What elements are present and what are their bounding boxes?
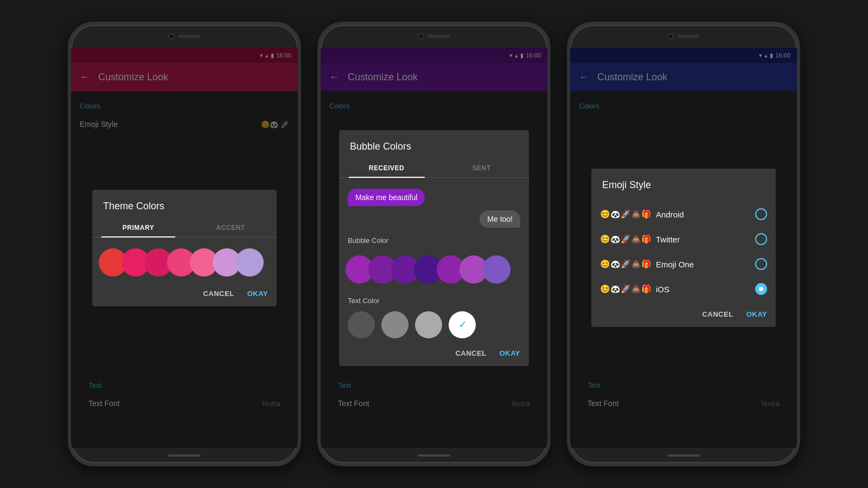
dialog-overlay-1: Theme Colors PRIMARY ACCENT CANCEL OKA <box>71 48 298 448</box>
dialog-title-1: Theme Colors <box>92 190 277 219</box>
tab-accent[interactable]: ACCENT <box>184 219 277 237</box>
emojione-label: Emoji One <box>656 260 694 269</box>
bubble-sent: Me too! <box>480 210 520 228</box>
speaker-3 <box>678 35 699 38</box>
bubble-color-label: Bubble Color <box>339 232 529 247</box>
screen-1: ▾ ▴ ▮ 16:00 ← Customize Look Colors Emoj… <box>71 48 298 448</box>
phone-top-1 <box>71 25 298 48</box>
dialog-actions-1: CANCEL OKAY <box>92 285 277 306</box>
phone-bottom-3 <box>667 454 700 457</box>
radio-emojione[interactable]: 😊🐼🚀💩🎁 Emoji One <box>591 252 776 277</box>
bubble-received: Make me beautiful <box>348 189 425 206</box>
ios-radio[interactable] <box>755 283 767 295</box>
tab-primary[interactable]: PRIMARY <box>92 219 184 237</box>
phone-bottom-2 <box>418 454 450 457</box>
twitter-label: Twitter <box>656 235 680 244</box>
theme-colors-dialog: Theme Colors PRIMARY ACCENT CANCEL OKA <box>92 190 277 306</box>
camera-3 <box>668 34 673 39</box>
phone-2: ▾ ▴ ▮ 16:00 ← Customize Look Colors Bubb… <box>317 22 551 466</box>
okay-button-2[interactable]: OKAY <box>500 349 520 357</box>
radio-android[interactable]: 😊🐼🚀💩🎁 Android <box>591 202 776 227</box>
tcolor-3[interactable] <box>415 311 442 338</box>
bubble-color-row <box>339 247 529 292</box>
okay-button-3[interactable]: OKAY <box>746 310 767 318</box>
phone-1: ▾ ▴ ▮ 16:00 ← Customize Look Colors Emoj… <box>68 22 301 466</box>
camera-1 <box>169 34 174 39</box>
radio-ios[interactable]: 😊🐼🚀💩🎁 iOS <box>591 277 776 301</box>
dialog-title-3: Emoji Style <box>591 169 776 197</box>
cancel-button-1[interactable]: CANCEL <box>203 290 234 298</box>
radio-ios-left: 😊🐼🚀💩🎁 iOS <box>600 284 669 294</box>
speaker-2 <box>428 35 450 38</box>
text-color-label: Text Color <box>339 292 529 307</box>
emojione-radio[interactable] <box>755 258 767 270</box>
android-emojis: 😊🐼🚀💩🎁 <box>600 209 652 219</box>
phone-top-3 <box>570 25 797 48</box>
color-row-1 <box>92 240 277 285</box>
tcolor-1[interactable] <box>348 311 375 338</box>
emojione-emojis: 😊🐼🚀💩🎁 <box>600 259 652 269</box>
bcolor-7[interactable] <box>482 255 510 284</box>
dialog-actions-2: CANCEL OKAY <box>339 345 529 366</box>
radio-twitter-left: 😊🐼🚀💩🎁 Twitter <box>600 234 680 244</box>
dialog-title-2: Bubble Colors <box>339 130 529 159</box>
color-7[interactable] <box>235 248 264 277</box>
tcolor-2[interactable] <box>381 311 409 338</box>
speaker-1 <box>178 35 200 38</box>
screen-2: ▾ ▴ ▮ 16:00 ← Customize Look Colors Bubb… <box>321 48 547 448</box>
android-radio[interactable] <box>755 208 767 220</box>
tab-received[interactable]: RECEIVED <box>339 159 434 177</box>
radio-emojione-left: 😊🐼🚀💩🎁 Emoji One <box>600 259 694 269</box>
ios-label: iOS <box>656 285 669 294</box>
phone-top-2 <box>321 25 547 48</box>
cancel-button-2[interactable]: CANCEL <box>455 349 486 357</box>
okay-button-1[interactable]: OKAY <box>247 290 268 298</box>
tabs-row-1: PRIMARY ACCENT <box>92 219 277 237</box>
dialog-overlay-3: Emoji Style 😊🐼🚀💩🎁 Android 😊🐼🚀💩🎁 <box>570 48 797 448</box>
text-color-row <box>339 307 529 345</box>
bubble-colors-dialog: Bubble Colors RECEIVED SENT Make me beau… <box>339 130 529 366</box>
tabs-row-2: RECEIVED SENT <box>339 159 529 178</box>
radio-list: 😊🐼🚀💩🎁 Android 😊🐼🚀💩🎁 Twitter <box>591 197 776 306</box>
android-label: Android <box>656 210 684 219</box>
ios-emojis: 😊🐼🚀💩🎁 <box>600 284 652 294</box>
tab-sent[interactable]: SENT <box>434 159 529 177</box>
screen-3: ▾ ▴ ▮ 16:00 ← Customize Look Colors Emoj… <box>570 48 797 448</box>
twitter-radio[interactable] <box>755 233 767 245</box>
radio-android-left: 😊🐼🚀💩🎁 Android <box>600 209 684 219</box>
radio-twitter[interactable]: 😊🐼🚀💩🎁 Twitter <box>591 227 776 252</box>
cancel-button-3[interactable]: CANCEL <box>702 310 733 318</box>
chat-preview: Make me beautiful Me too! <box>339 180 529 232</box>
tcolor-4[interactable] <box>449 311 476 338</box>
phone-3: ▾ ▴ ▮ 16:00 ← Customize Look Colors Emoj… <box>567 22 800 466</box>
camera-2 <box>418 34 424 39</box>
phone-bottom-1 <box>168 454 201 457</box>
dialog-overlay-2: Bubble Colors RECEIVED SENT Make me beau… <box>321 48 547 448</box>
emoji-style-dialog: Emoji Style 😊🐼🚀💩🎁 Android 😊🐼🚀💩🎁 <box>591 169 776 327</box>
dialog-actions-3: CANCEL OKAY <box>591 306 776 327</box>
twitter-emojis: 😊🐼🚀💩🎁 <box>600 234 652 244</box>
